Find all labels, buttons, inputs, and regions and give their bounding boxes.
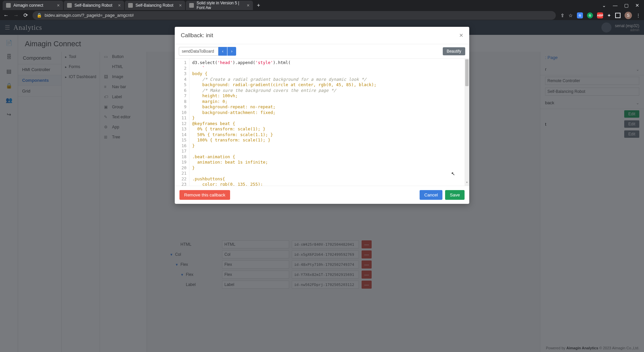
scroll-down-icon[interactable]: ▾ xyxy=(465,180,469,185)
callback-section-header[interactable]: back⌄ xyxy=(540,97,644,109)
new-tab-button[interactable]: + xyxy=(254,2,263,8)
remove-callback-button[interactable]: Remove this callback xyxy=(179,190,230,200)
back-icon[interactable]: ← xyxy=(3,12,9,18)
sub-item-forms[interactable]: ▸Forms xyxy=(62,62,100,72)
prop-input-1[interactable] xyxy=(545,77,639,85)
users-icon[interactable]: 👥 xyxy=(6,97,12,103)
component-item[interactable]: ▭Button xyxy=(100,52,147,62)
prop-input-2[interactable] xyxy=(545,87,639,96)
tree-toggle-icon[interactable]: ▼ xyxy=(180,273,184,277)
component-item[interactable]: 🖼Image xyxy=(100,72,147,82)
close-icon[interactable]: × xyxy=(118,3,121,8)
tree-name-input[interactable] xyxy=(222,271,289,279)
star-icon[interactable]: ☆ xyxy=(569,13,573,18)
share-icon[interactable]: ⇪ xyxy=(560,13,565,18)
tree-id-input[interactable] xyxy=(292,240,359,248)
close-icon[interactable]: × xyxy=(57,3,60,8)
browser-tab-2[interactable]: Self-Balancing Robot× xyxy=(125,1,185,10)
prev-button[interactable]: ‹ xyxy=(218,47,227,56)
breadcrumb[interactable]: : Page xyxy=(540,52,644,63)
delete-button[interactable]: — xyxy=(362,271,372,279)
delete-button[interactable]: — xyxy=(362,240,372,248)
close-icon[interactable]: × xyxy=(247,3,250,8)
close-window-icon[interactable]: ✕ xyxy=(635,3,639,8)
tree-name-input[interactable] xyxy=(222,250,289,258)
delete-button[interactable]: — xyxy=(362,250,372,258)
delete-button[interactable]: — xyxy=(362,260,372,269)
caret-right-icon: ▸ xyxy=(65,55,67,59)
translate-ext-icon[interactable]: G xyxy=(577,12,583,18)
close-icon[interactable]: × xyxy=(179,3,182,8)
save-button[interactable]: Save xyxy=(445,190,465,200)
tree-id-input[interactable] xyxy=(292,250,359,258)
component-item[interactable]: ▣Group xyxy=(100,102,147,112)
beautify-button[interactable]: Beautify xyxy=(443,47,465,55)
code-editor[interactable]: 123456789101112131415161718192021222324 … xyxy=(175,58,469,186)
hamburger-icon[interactable]: ☰ xyxy=(5,24,10,31)
browser-tab-0[interactable]: Aimagin connect× xyxy=(3,1,63,10)
next-button[interactable]: › xyxy=(227,47,236,56)
component-item[interactable]: ✎Text editor xyxy=(100,112,147,122)
tree-row[interactable]: HTML — xyxy=(147,239,540,249)
logout-icon[interactable]: ↪ xyxy=(7,111,11,118)
sidebar-item-components[interactable]: Components xyxy=(18,75,61,86)
sidebar-item-grid[interactable]: Grid xyxy=(18,86,61,97)
sidepanel-icon[interactable] xyxy=(615,13,621,18)
component-item[interactable]: 🏷Label xyxy=(100,92,147,102)
tree-node-label: Flex xyxy=(186,272,194,277)
edit-button[interactable]: Edit xyxy=(624,120,639,128)
window-controls: ⌄ — ▢ ✕ xyxy=(602,3,644,8)
scrollbar[interactable]: ▾ xyxy=(465,59,469,186)
component-icon: 🖼 xyxy=(104,74,109,79)
tree-toggle-icon[interactable]: ▼ xyxy=(175,263,178,267)
user-area[interactable]: senal (esp32) admin xyxy=(601,22,639,33)
tree-name-input[interactable] xyxy=(222,260,289,269)
scroll-thumb[interactable] xyxy=(465,59,469,86)
props-section-header[interactable]: r⌄ xyxy=(540,63,644,75)
menu-icon[interactable]: ⋮ xyxy=(636,13,641,18)
url-input[interactable]: 🔒bidev.aimagin.com/?_pageId=_page_amgcnt… xyxy=(33,11,556,20)
icon-rail: 📄 🗄 ▤ 🔒 👥 ↪ xyxy=(0,35,18,352)
edit-button[interactable]: Edit xyxy=(624,110,639,118)
cancel-button[interactable]: Cancel xyxy=(420,190,442,200)
edit-button[interactable]: Edit xyxy=(624,130,639,138)
file-icon[interactable]: 📄 xyxy=(6,40,12,46)
tree-toggle-icon[interactable]: ▼ xyxy=(170,253,173,256)
minimize-icon[interactable]: — xyxy=(613,3,618,8)
tree-row[interactable]: ▼ Flex — xyxy=(147,259,540,270)
component-item[interactable]: ⊞Tree xyxy=(100,132,147,142)
sub-item-tool[interactable]: ▸Tool xyxy=(62,52,100,62)
tree-name-input[interactable] xyxy=(222,240,289,248)
sidebar-item-hmi[interactable]: HMI Controller xyxy=(18,64,61,75)
tree-row[interactable]: Label — xyxy=(147,280,540,290)
component-item[interactable]: ⚙App xyxy=(100,122,147,132)
close-icon[interactable]: × xyxy=(459,32,463,39)
profile-avatar[interactable]: S xyxy=(625,12,632,19)
component-item[interactable]: ≡Nav bar xyxy=(100,82,147,92)
layers-icon[interactable]: ▤ xyxy=(6,68,11,74)
tab-title: Self-Balancing Robot xyxy=(136,3,173,8)
tree-id-input[interactable] xyxy=(292,271,359,279)
delete-button[interactable]: — xyxy=(362,281,372,289)
adblock-ext-icon[interactable]: ABP xyxy=(597,12,603,18)
function-name-input[interactable] xyxy=(179,47,218,56)
lock-icon[interactable]: 🔒 xyxy=(6,82,12,89)
component-icon: ▭ xyxy=(104,54,109,59)
code-body[interactable]: d3.select('head').append('style').html( … xyxy=(190,59,465,186)
component-item[interactable]: HTML xyxy=(100,62,147,72)
grammarly-ext-icon[interactable]: G xyxy=(587,12,593,18)
tree-name-input[interactable] xyxy=(222,281,289,289)
tree-row[interactable]: ▼ Col — xyxy=(147,249,540,259)
tree-row[interactable]: ▼ Flex — xyxy=(147,270,540,280)
browser-tab-3[interactable]: Solid style in Version 5 | Font Aw× xyxy=(186,1,253,10)
maximize-icon[interactable]: ▢ xyxy=(624,3,629,8)
sub-item-iot[interactable]: ▸IOT Dashboard xyxy=(62,72,100,82)
tree-id-input[interactable] xyxy=(292,260,359,269)
tree-id-input[interactable] xyxy=(292,281,359,289)
extensions-icon[interactable]: ✦ xyxy=(607,13,611,18)
caret-down-icon[interactable]: ⌄ xyxy=(602,3,606,8)
callback-row-2: Edit xyxy=(540,129,644,139)
reload-icon[interactable]: ⟳ xyxy=(23,12,28,18)
database-icon[interactable]: 🗄 xyxy=(6,54,12,60)
browser-tab-1[interactable]: Self-Balancing Robot× xyxy=(64,1,124,10)
